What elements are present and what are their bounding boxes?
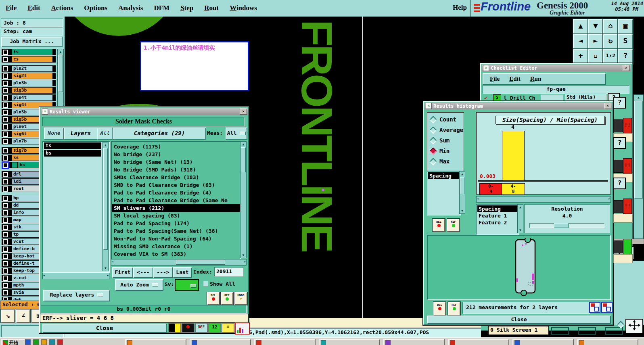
layer-name[interactable]: pln2t bbox=[12, 66, 52, 71]
menu-dfm[interactable]: DFM bbox=[154, 4, 169, 12]
histogram-close-button[interactable]: Close bbox=[427, 316, 611, 324]
menu-step[interactable]: Step bbox=[180, 4, 193, 12]
layer-row-sig2t[interactable]: sig2t bbox=[2, 73, 56, 79]
scroll-up-icon[interactable]: ▲ bbox=[573, 19, 588, 34]
feature-item[interactable]: Feature 1 bbox=[477, 212, 518, 219]
layer-checkbox[interactable] bbox=[3, 50, 8, 55]
layer-checkbox[interactable] bbox=[3, 124, 8, 130]
task-button[interactable] bbox=[383, 339, 445, 345]
menu-file[interactable]: File bbox=[6, 4, 17, 12]
layer-row-pln4t[interactable]: pln4t bbox=[2, 94, 56, 101]
layer-checkbox[interactable] bbox=[3, 261, 8, 266]
feature-item[interactable]: Spacing bbox=[477, 205, 518, 212]
checklist-help-button[interactable]: ? bbox=[613, 97, 626, 109]
layer-checkbox[interactable] bbox=[3, 297, 8, 300]
home-view-icon[interactable]: ⌂ bbox=[603, 19, 618, 34]
viewer-layer-hscroll[interactable]: ◄► bbox=[42, 273, 109, 279]
layer-checkbox[interactable] bbox=[3, 254, 8, 259]
menu-rout[interactable]: Rout bbox=[204, 4, 219, 12]
task-button[interactable] bbox=[577, 339, 638, 345]
layer-checkbox[interactable] bbox=[3, 203, 8, 208]
category-vscroll[interactable]: ▲ ▼ bbox=[240, 141, 247, 258]
replace-layers-dropdown[interactable]: Replace layers bbox=[43, 290, 110, 301]
auto-zoom-dropdown[interactable]: Auto Zoom bbox=[115, 279, 163, 291]
nav-next-button[interactable]: ---> bbox=[153, 267, 173, 278]
measurement-item[interactable]: Spacing bbox=[428, 172, 460, 179]
histogram-titlebar[interactable]: ✕ Results histogram ✕ bbox=[424, 102, 613, 109]
sv-color-dropdown[interactable] bbox=[175, 279, 199, 291]
layer-checkbox[interactable] bbox=[3, 132, 8, 137]
quick-launch-icon[interactable] bbox=[33, 339, 39, 345]
checklist-scrollbar[interactable]: ▲ bbox=[634, 94, 644, 239]
nav-first-button[interactable]: First bbox=[112, 267, 133, 278]
zoom-fit-icon[interactable]: + bbox=[573, 49, 588, 64]
category-item[interactable]: SM slivers (212) bbox=[112, 204, 240, 212]
checklist-titlebar[interactable]: ✕ Checklist Editor ✕ bbox=[482, 65, 631, 71]
category-item[interactable]: No Bridge (SMD Pads) (318) bbox=[112, 166, 240, 174]
task-button[interactable] bbox=[448, 339, 509, 345]
layer-checkbox[interactable] bbox=[3, 73, 8, 79]
feature-item[interactable]: Feature 2 bbox=[477, 219, 518, 226]
menu-help[interactable]: Help bbox=[453, 4, 467, 12]
scroll-up-arrow-icon[interactable]: ▲ bbox=[634, 95, 643, 100]
scroll-left-icon[interactable]: ◄ bbox=[573, 34, 588, 49]
category-item[interactable]: Pad to Pad Spacing(Same Net) (38) bbox=[112, 227, 240, 235]
layer-checkbox[interactable] bbox=[3, 210, 8, 215]
mark-defect-button[interactable] bbox=[182, 323, 194, 333]
stat-radio-sum[interactable]: Sum bbox=[427, 135, 464, 146]
clear-reference-button[interactable]: REF ✕ bbox=[195, 323, 208, 333]
delete-measure-button[interactable]: DEL bbox=[433, 219, 445, 232]
zoom-half-icon[interactable]: 1:2 bbox=[603, 49, 618, 64]
category-hscroll[interactable]: ◄► bbox=[111, 259, 247, 266]
menu-analysis[interactable]: Analysis bbox=[118, 4, 143, 12]
layer-checkbox[interactable] bbox=[3, 95, 8, 100]
results-viewer-close-icon[interactable]: ✕ bbox=[240, 109, 247, 115]
layer-checkbox[interactable] bbox=[3, 110, 8, 115]
copy-prev-button[interactable] bbox=[601, 302, 613, 313]
task-button[interactable] bbox=[319, 339, 380, 345]
meas-dropdown[interactable]: All bbox=[226, 128, 247, 140]
measurement-vscroll[interactable]: ▲ ▼ bbox=[459, 171, 465, 214]
empty-slot-box[interactable] bbox=[578, 327, 596, 335]
reference-measure-button[interactable]: REF bbox=[448, 302, 460, 316]
scroll-down-icon[interactable]: ▼ bbox=[588, 19, 603, 34]
layer-checkbox[interactable] bbox=[3, 139, 8, 144]
nav-last-button[interactable]: Last bbox=[173, 267, 192, 278]
category-item[interactable]: SM local spacing (83) bbox=[112, 212, 240, 220]
histogram-toggle-button[interactable] bbox=[235, 322, 250, 335]
empty-slot-box[interactable] bbox=[551, 327, 569, 335]
stat-radio-max[interactable]: Max bbox=[427, 156, 464, 167]
scroll-up-arrow-icon[interactable]: ▲ bbox=[58, 49, 63, 54]
checklist-units[interactable]: Std (Mils) bbox=[565, 94, 606, 102]
layer-row-cs[interactable]: cs bbox=[2, 56, 56, 63]
layer-checkbox[interactable] bbox=[3, 239, 8, 245]
checklist-item-label[interactable]: l Drill Ch bbox=[504, 95, 539, 101]
measurement-preview[interactable] bbox=[427, 235, 611, 300]
delete-measure-button[interactable]: DEL bbox=[207, 292, 220, 305]
menu-edit[interactable]: Edit bbox=[27, 4, 40, 12]
filter-all-button[interactable]: All bbox=[97, 128, 113, 140]
swap-view-button[interactable] bbox=[168, 323, 181, 333]
checklist-menu-edit[interactable]: Edit bbox=[509, 75, 521, 82]
layer-row-sig3b[interactable]: sig3b bbox=[2, 87, 56, 94]
category-item[interactable]: No bridge (237) bbox=[112, 151, 240, 158]
category-item[interactable]: SMDs Clearance Bridge (183) bbox=[112, 174, 240, 181]
measure-distance-icon[interactable]: ↘ bbox=[1, 309, 15, 323]
task-button[interactable] bbox=[254, 339, 316, 345]
task-button[interactable] bbox=[512, 339, 574, 345]
layer-checkbox[interactable] bbox=[3, 81, 8, 86]
resolution-slider[interactable] bbox=[529, 223, 604, 228]
layer-checkbox[interactable] bbox=[3, 102, 8, 108]
stat-radio-average[interactable]: Average bbox=[427, 125, 464, 135]
layer-checkbox[interactable] bbox=[3, 88, 8, 93]
category-item[interactable]: Non-Pad to Non-Pad Spacing (64) bbox=[112, 235, 240, 243]
scroll-right-icon[interactable]: ► bbox=[588, 34, 603, 49]
copy-next-button[interactable] bbox=[589, 302, 600, 313]
filter-none-button[interactable]: None bbox=[44, 128, 64, 140]
checklist-close-icon[interactable]: ✕ bbox=[623, 65, 630, 71]
stat-radio-count[interactable]: Count bbox=[427, 114, 464, 125]
viewer-close-button[interactable]: Close bbox=[42, 324, 167, 333]
numbering-button[interactable]: 12 bbox=[208, 323, 221, 333]
layer-checkbox[interactable] bbox=[3, 186, 8, 192]
index-input[interactable]: 20911 bbox=[214, 267, 243, 276]
